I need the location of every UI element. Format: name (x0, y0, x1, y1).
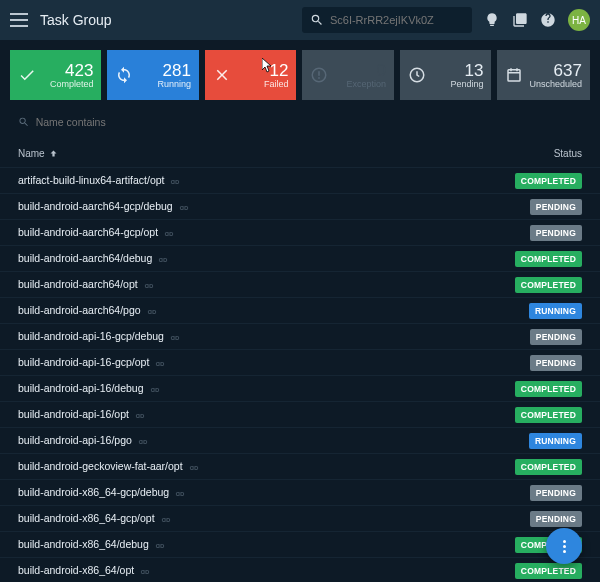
tile-label: Exception (334, 79, 385, 89)
sync-icon (115, 66, 133, 84)
column-name[interactable]: Name (18, 148, 512, 159)
table-row[interactable]: build-android-x86_64/debugCOMPLETED (0, 531, 600, 557)
column-name-label: Name (18, 148, 45, 159)
filter-row (0, 106, 600, 138)
status-badge: PENDING (530, 199, 582, 215)
filter-input-wrap[interactable] (18, 110, 582, 134)
calendar-icon (505, 66, 523, 84)
status-badge: COMPLETED (515, 251, 582, 267)
task-name: build-android-api-16/debug (18, 382, 515, 394)
link-icon[interactable] (170, 177, 180, 187)
link-icon[interactable] (155, 541, 165, 551)
task-name: build-android-aarch64/pgo (18, 304, 529, 316)
table-header: Name Status (0, 138, 600, 167)
link-icon[interactable] (175, 489, 185, 499)
tile-count: 423 (42, 62, 93, 79)
table-row[interactable]: build-android-api-16/optCOMPLETED (0, 401, 600, 427)
link-icon[interactable] (179, 203, 189, 213)
task-name: build-android-aarch64-gcp/debug (18, 200, 530, 212)
tile-count: 13 (432, 62, 483, 79)
table-row[interactable]: build-android-api-16/debugCOMPLETED (0, 375, 600, 401)
task-name: build-android-aarch64/debug (18, 252, 515, 264)
tile-failed[interactable]: 12Failed (205, 50, 296, 100)
tile-count: 637 (529, 62, 582, 79)
search-box[interactable] (302, 7, 472, 33)
svg-rect-2 (319, 77, 321, 79)
task-name: build-android-x86_64-gcp/opt (18, 512, 530, 524)
table-row[interactable]: build-android-aarch64/debugCOMPLETED (0, 245, 600, 271)
help-icon[interactable] (540, 12, 556, 28)
svg-rect-4 (508, 70, 520, 81)
task-name: build-android-api-16-gcp/debug (18, 330, 530, 342)
table-row[interactable]: build-android-x86_64-gcp/optPENDING (0, 505, 600, 531)
link-icon[interactable] (155, 359, 165, 369)
tile-label: Pending (432, 79, 483, 89)
task-name: build-android-api-16/pgo (18, 434, 529, 446)
task-name: build-android-aarch64/opt (18, 278, 515, 290)
table-row[interactable]: build-android-aarch64-gcp/optPENDING (0, 219, 600, 245)
tile-unscheduled[interactable]: 637Unscheduled (497, 50, 590, 100)
status-badge: PENDING (530, 329, 582, 345)
task-rows: artifact-build-linux64-artifact/optCOMPL… (0, 167, 600, 582)
tile-pending[interactable]: 13Pending (400, 50, 491, 100)
table-row[interactable]: build-android-api-16-gcp/optPENDING (0, 349, 600, 375)
tile-label: Unscheduled (529, 79, 582, 89)
filter-input[interactable] (36, 116, 582, 128)
status-badge: COMPLETED (515, 459, 582, 475)
table-row[interactable]: build-android-api-16-gcp/debugPENDING (0, 323, 600, 349)
link-icon[interactable] (138, 437, 148, 447)
table-row[interactable]: build-android-aarch64/pgoRUNNING (0, 297, 600, 323)
link-icon[interactable] (170, 333, 180, 343)
status-badge: COMPLETED (515, 407, 582, 423)
search-icon (310, 12, 324, 28)
tile-label: Completed (42, 79, 93, 89)
link-icon[interactable] (144, 281, 154, 291)
link-icon[interactable] (158, 255, 168, 265)
table-row[interactable]: build-android-aarch64/optCOMPLETED (0, 271, 600, 297)
task-name: build-android-x86_64/opt (18, 564, 515, 576)
table-row[interactable]: build-android-aarch64-gcp/debugPENDING (0, 193, 600, 219)
more-vert-icon (563, 540, 566, 553)
status-badge: COMPLETED (515, 173, 582, 189)
tile-count: 0 (334, 62, 385, 79)
table-row[interactable]: build-android-api-16/pgoRUNNING (0, 427, 600, 453)
fab-more[interactable] (546, 528, 582, 564)
table-row[interactable]: build-android-x86_64-gcp/debugPENDING (0, 479, 600, 505)
link-icon[interactable] (161, 515, 171, 525)
task-name: build-android-x86_64/debug (18, 538, 515, 550)
cursor-icon (262, 58, 274, 74)
task-name: build-android-geckoview-fat-aar/opt (18, 460, 515, 472)
tile-exception[interactable]: 0Exception (302, 50, 393, 100)
link-icon[interactable] (189, 463, 199, 473)
link-icon[interactable] (150, 385, 160, 395)
status-badge: COMPLETED (515, 381, 582, 397)
tile-running[interactable]: 281Running (107, 50, 198, 100)
link-icon[interactable] (135, 411, 145, 421)
top-bar: Task Group HA (0, 0, 600, 40)
tile-label: Failed (237, 79, 288, 89)
search-input[interactable] (330, 14, 464, 26)
tile-count: 281 (139, 62, 190, 79)
tile-completed[interactable]: 423Completed (10, 50, 101, 100)
table-row[interactable]: build-android-x86_64/optCOMPLETED (0, 557, 600, 582)
link-icon[interactable] (147, 307, 157, 317)
status-badge: PENDING (530, 511, 582, 527)
status-badge: RUNNING (529, 303, 582, 319)
status-badge: PENDING (530, 485, 582, 501)
docs-icon[interactable] (512, 12, 528, 28)
status-badge: PENDING (530, 225, 582, 241)
avatar[interactable]: HA (568, 9, 590, 31)
table-row[interactable]: build-android-geckoview-fat-aar/optCOMPL… (0, 453, 600, 479)
lightbulb-icon[interactable] (484, 12, 500, 28)
menu-icon[interactable] (10, 13, 28, 27)
task-name: build-android-api-16-gcp/opt (18, 356, 530, 368)
table-row[interactable]: artifact-build-linux64-artifact/optCOMPL… (0, 167, 600, 193)
status-badge: RUNNING (529, 433, 582, 449)
task-name: build-android-x86_64-gcp/debug (18, 486, 530, 498)
svg-rect-1 (319, 71, 321, 76)
page-title: Task Group (40, 12, 112, 28)
status-badge: COMPLETED (515, 277, 582, 293)
column-status-label: Status (512, 148, 582, 159)
link-icon[interactable] (164, 229, 174, 239)
link-icon[interactable] (140, 567, 150, 577)
